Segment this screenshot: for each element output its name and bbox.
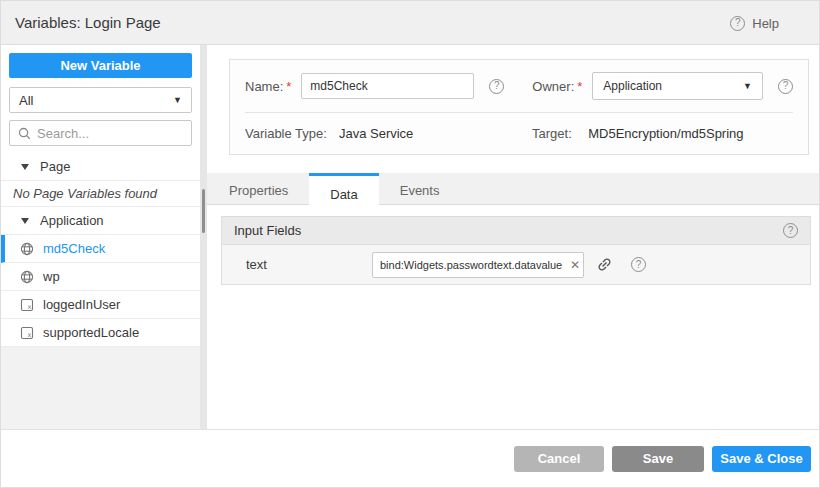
svg-text:x: x (27, 303, 31, 311)
owner-select[interactable]: Application ▼ (592, 72, 763, 100)
search-input[interactable] (37, 126, 183, 141)
cancel-button[interactable]: Cancel (514, 446, 604, 472)
required-asterisk: * (286, 79, 291, 94)
name-input[interactable] (301, 73, 474, 99)
tree-group-page[interactable]: Page (1, 153, 200, 181)
service-variable-icon (20, 270, 34, 284)
variable-type-value: Java Service (339, 126, 413, 141)
name-label: Name: (245, 79, 283, 94)
tab-data[interactable]: Data (309, 173, 378, 212)
variables-sidebar: New Variable All ▼ Page No Page Variable… (1, 45, 200, 429)
name-owner-row: Name: * ? Owner: * Application ▼ ? (245, 72, 793, 100)
detail-tabs: Properties Data Events (207, 173, 819, 205)
input-field-row-text: text ✕ ? (222, 245, 810, 284)
input-fields-help-icon[interactable]: ? (783, 223, 798, 238)
filter-selected-value: All (19, 93, 33, 108)
dialog-footer: Cancel Save Save & Close (1, 429, 819, 487)
input-fields-panel: Input Fields ? text ✕ ? (221, 216, 811, 285)
target-label: Target: (532, 126, 572, 141)
tab-events[interactable]: Events (379, 173, 461, 205)
dialog-header: Variables: Login Page (1, 1, 819, 45)
help-link[interactable]: ? Help (730, 1, 779, 45)
variable-item-label: loggedInUser (43, 297, 120, 312)
collapse-caret-icon (21, 164, 29, 170)
owner-selected-value: Application (603, 79, 662, 93)
model-variable-icon: x (20, 298, 34, 312)
chevron-down-icon: ▼ (743, 81, 752, 91)
help-circle-icon: ? (730, 16, 745, 31)
variable-item-label: wp (43, 269, 60, 284)
search-icon (18, 127, 31, 140)
bind-value-input[interactable] (372, 252, 584, 278)
variable-item-label: supportedLocale (43, 325, 139, 340)
variable-type-label: Variable Type: (245, 126, 327, 141)
variable-item-supportedlocale[interactable]: x supportedLocale (1, 319, 200, 347)
type-target-row: Variable Type: Java Service Target: MD5E… (245, 113, 793, 153)
variables-dialog: Variables: Login Page ? Help New Variabl… (0, 0, 820, 488)
tree-group-label: Page (40, 159, 70, 174)
variable-item-wp[interactable]: wp (1, 263, 200, 291)
name-help-icon[interactable]: ? (489, 79, 504, 94)
search-box (9, 120, 192, 146)
variable-summary-box: Name: * ? Owner: * Application ▼ ? Varia… (229, 59, 809, 155)
target-value: MD5Encryption/md5Spring (588, 126, 743, 141)
chevron-down-icon: ▼ (173, 95, 182, 105)
page-empty-message: No Page Variables found (1, 181, 200, 207)
new-variable-button[interactable]: New Variable (9, 53, 192, 78)
required-asterisk: * (577, 79, 582, 94)
tab-properties[interactable]: Properties (208, 173, 309, 205)
model-variable-icon: x (20, 326, 34, 340)
input-fields-header: Input Fields ? (222, 217, 810, 245)
svg-text:x: x (27, 331, 31, 339)
owner-label: Owner: (532, 79, 574, 94)
owner-help-icon[interactable]: ? (778, 79, 793, 94)
variable-item-label: md5Check (43, 241, 105, 256)
bind-link-icon[interactable] (596, 256, 613, 273)
field-name-label: text (222, 257, 372, 272)
variables-tree: Page No Page Variables found Application… (1, 153, 200, 347)
input-fields-title: Input Fields (234, 223, 301, 238)
variable-item-loggedinuser[interactable]: x loggedInUser (1, 291, 200, 319)
bind-input-wrap: ✕ (372, 252, 584, 278)
help-label: Help (752, 16, 779, 31)
clear-bind-icon[interactable]: ✕ (570, 259, 580, 271)
service-variable-icon (20, 242, 34, 256)
variable-detail-panel: Name: * ? Owner: * Application ▼ ? Varia… (207, 45, 819, 429)
collapse-caret-icon (21, 218, 29, 224)
sidebar-divider (200, 45, 207, 429)
variable-filter-select[interactable]: All ▼ (9, 87, 192, 113)
save-and-close-button[interactable]: Save & Close (712, 446, 811, 472)
sidebar-scrollbar[interactable] (202, 189, 205, 233)
sidebar-filler (1, 347, 200, 429)
tree-group-label: Application (40, 213, 104, 228)
tree-group-application[interactable]: Application (1, 207, 200, 235)
dialog-title: Variables: Login Page (15, 14, 161, 31)
save-button[interactable]: Save (612, 446, 704, 472)
field-help-icon[interactable]: ? (631, 257, 646, 272)
variable-item-md5check[interactable]: md5Check (1, 235, 200, 263)
